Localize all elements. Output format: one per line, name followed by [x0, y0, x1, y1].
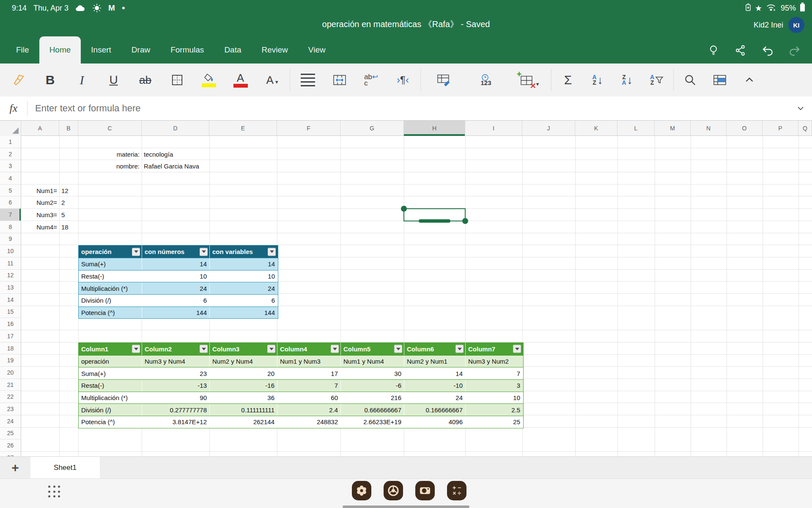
select-all-corner[interactable] — [0, 121, 21, 136]
table-cell[interactable]: Multiplicación (*) — [79, 392, 142, 404]
cell-A5[interactable]: Num1= — [21, 185, 59, 197]
formula-input[interactable] — [27, 103, 789, 114]
app-drawer-icon[interactable] — [47, 485, 62, 499]
row-header-10[interactable]: 10 — [0, 245, 21, 257]
column-header-P[interactable]: P — [763, 121, 798, 136]
table-cell[interactable]: 90 — [142, 392, 210, 404]
row-header-22[interactable]: 22 — [0, 391, 21, 403]
table-header-cell[interactable]: Column4 — [277, 343, 341, 355]
row-header-8[interactable]: 8 — [0, 221, 21, 233]
selection-handle-topleft[interactable] — [401, 206, 407, 212]
paragraph-marks-icon[interactable]: ›¶‹ — [387, 66, 419, 94]
row-header-13[interactable]: 13 — [0, 282, 21, 294]
row-header-11[interactable]: 11 — [0, 257, 21, 270]
cell-D3[interactable]: Rafael Garcia Nava — [142, 160, 209, 172]
table-cell[interactable]: -6 — [341, 380, 404, 392]
fill-color-icon[interactable] — [193, 66, 225, 94]
font-color-icon[interactable]: A — [225, 66, 256, 94]
table-cell[interactable]: 14 — [142, 258, 210, 270]
row-header-1[interactable]: 1 — [0, 136, 21, 148]
merge-cells-icon[interactable] — [324, 66, 355, 94]
row-header-23[interactable]: 23 — [0, 403, 21, 415]
row-header-3[interactable]: 3 — [0, 160, 21, 172]
column-header-K[interactable]: K — [575, 121, 617, 136]
table-cell[interactable]: 24 — [404, 392, 466, 404]
table-cell[interactable]: Num2 y Num4 — [210, 356, 277, 367]
table-header-cell[interactable]: con números — [142, 246, 210, 258]
table-cell[interactable]: 0.166666667 — [404, 404, 466, 416]
filter-button[interactable] — [455, 345, 464, 353]
tab-formulas[interactable]: Formulas — [160, 36, 214, 64]
gallery-app-icon[interactable] — [352, 481, 371, 500]
column-header-H[interactable]: H — [404, 121, 465, 136]
tab-data[interactable]: Data — [214, 36, 251, 64]
filter-button[interactable] — [132, 248, 140, 256]
tab-review[interactable]: Review — [252, 36, 298, 64]
table-cell[interactable]: Resta(-) — [79, 380, 142, 392]
cell-D2[interactable]: tecnología — [142, 148, 209, 160]
cell-B8[interactable]: 18 — [59, 221, 78, 233]
table-cell[interactable]: 17 — [277, 367, 341, 379]
table-cell[interactable]: 0.111111111 — [210, 404, 277, 416]
italic-icon[interactable]: I — [66, 66, 98, 94]
table-cell[interactable]: 10 — [142, 271, 210, 282]
table-cell[interactable]: 0.666666667 — [341, 404, 404, 416]
row-header-9[interactable]: 9 — [0, 233, 21, 246]
cell-B7[interactable]: 5 — [59, 209, 78, 221]
table-cell[interactable]: operación — [79, 356, 142, 367]
table-cell[interactable]: Potencia (^) — [79, 416, 142, 428]
calculator-app-icon[interactable]: + −× ÷ — [447, 481, 466, 500]
row-header-18[interactable]: 18 — [0, 342, 21, 355]
column-header-D[interactable]: D — [142, 121, 209, 136]
share-icon[interactable] — [733, 43, 748, 58]
table-header-cell[interactable]: Column6 — [404, 343, 466, 355]
table-cell[interactable]: 24 — [142, 282, 210, 294]
row-header-24[interactable]: 24 — [0, 415, 21, 428]
align-icon[interactable] — [292, 66, 324, 94]
search-icon[interactable] — [675, 66, 705, 94]
table-cell[interactable]: 3 — [466, 380, 523, 392]
sheet-tab-sheet1[interactable]: Sheet1 — [30, 457, 100, 478]
column-header-I[interactable]: I — [465, 121, 522, 136]
column-header-N[interactable]: N — [691, 121, 727, 136]
underline-icon[interactable]: U — [98, 66, 129, 94]
row-header-21[interactable]: 21 — [0, 379, 21, 391]
add-sheet-button[interactable]: + — [0, 457, 30, 478]
sort-ascending-icon[interactable]: AZ↓ — [583, 66, 612, 94]
table-cell[interactable]: 144 — [142, 307, 210, 319]
column-header-O[interactable]: O — [727, 121, 763, 136]
filter-button[interactable] — [394, 345, 402, 353]
table-cell[interactable]: Resta(-) — [79, 271, 142, 282]
table-cell[interactable]: 216 — [341, 392, 404, 404]
column-header-G[interactable]: G — [340, 121, 404, 136]
row-header-17[interactable]: 17 — [0, 330, 21, 342]
collapse-ribbon-icon[interactable] — [735, 66, 764, 94]
column-header-M[interactable]: M — [655, 121, 691, 136]
table-header-cell[interactable]: Column5 — [341, 343, 404, 355]
tab-file[interactable]: File — [6, 36, 39, 64]
fill-handle-bar[interactable] — [419, 219, 450, 223]
cell-C2[interactable]: materia: — [78, 148, 142, 160]
column-header-F[interactable]: F — [277, 121, 340, 136]
row-header-20[interactable]: 20 — [0, 367, 21, 379]
row-header-26[interactable]: 26 — [0, 439, 21, 452]
row-header-25[interactable]: 25 — [0, 428, 21, 440]
table-cell[interactable]: Num3 y Num2 — [466, 356, 523, 367]
table-cell[interactable]: 7 — [466, 367, 523, 379]
table-cell[interactable]: -13 — [142, 380, 210, 392]
table-header-cell[interactable]: Column1 — [79, 343, 142, 355]
wrap-text-icon[interactable]: ab↩c — [355, 66, 387, 94]
row-header-2[interactable]: 2 — [0, 148, 21, 160]
sort-descending-icon[interactable]: ZA↓ — [612, 66, 642, 94]
table-header-cell[interactable]: operación — [79, 246, 142, 258]
filter-button[interactable] — [132, 345, 140, 353]
table-header-cell[interactable]: Column7 — [466, 343, 523, 355]
redo-icon[interactable] — [787, 43, 802, 58]
ideas-lightbulb-icon[interactable] — [706, 43, 721, 58]
row-header-19[interactable]: 19 — [0, 354, 21, 367]
format-painter-icon[interactable] — [3, 66, 34, 94]
borders-icon[interactable] — [161, 66, 193, 94]
table-cell[interactable]: División (/) — [79, 295, 142, 306]
table-cell[interactable]: Num2 y Num1 — [404, 356, 466, 367]
table-cell[interactable]: Num3 y Num4 — [142, 356, 210, 367]
